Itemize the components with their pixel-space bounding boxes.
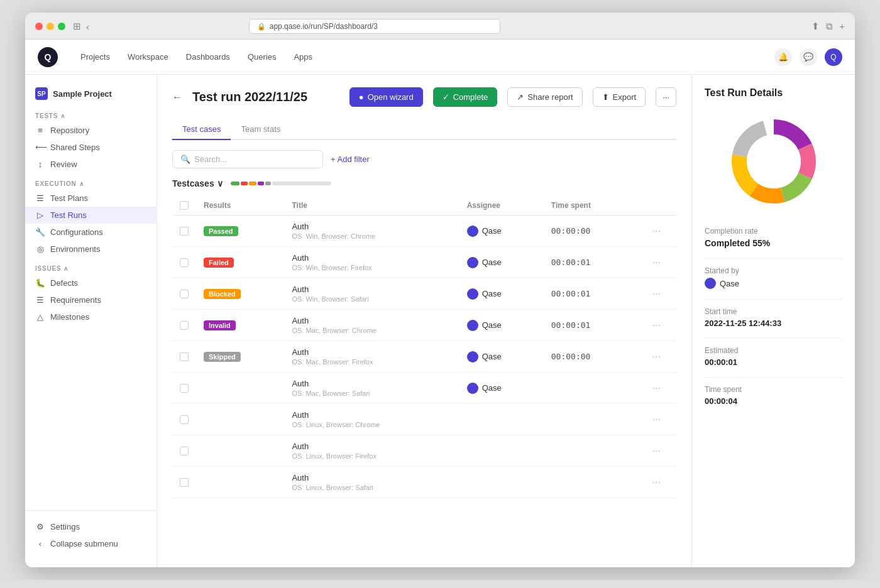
row-actions-button[interactable]: ··· (637, 467, 676, 498)
new-tab-icon[interactable]: + (839, 21, 845, 32)
assignee-cell: Qase (467, 351, 536, 362)
estimated-value: 00:00:01 (705, 357, 842, 367)
nav-item-workspace[interactable]: Workspace (120, 48, 176, 65)
assignee-cell-wrap (459, 404, 544, 435)
row-actions-button[interactable]: ··· (637, 310, 676, 341)
minimize-button[interactable] (47, 23, 54, 30)
tab-test-cases[interactable]: Test cases (172, 119, 231, 140)
started-by-name: Qase (720, 279, 739, 288)
row-actions-button[interactable]: ··· (637, 247, 676, 278)
search-input[interactable]: 🔍 Search... (172, 150, 323, 168)
sidebar-label-shared-steps: Shared Steps (50, 143, 100, 152)
title-cell: Auth OS: Win, Browser: Firefox (284, 247, 459, 278)
sidebar-item-requirements[interactable]: ☰ Requirements (25, 291, 157, 308)
status-badge: Invalid (204, 320, 236, 330)
row-actions-button[interactable]: ··· (637, 404, 676, 435)
assignee-avatar (467, 320, 478, 331)
sidebar-item-repository[interactable]: ≡ Repository (25, 122, 157, 139)
row-actions-button[interactable]: ··· (637, 341, 676, 373)
table-row[interactable]: Auth OS: Mac, Browser: Safari Qase ··· (172, 373, 676, 404)
complete-button[interactable]: ✓ Complete (433, 87, 498, 107)
table-row[interactable]: Passed Auth OS: Win, Browser: Chrome Qas… (172, 215, 676, 247)
table-row[interactable]: Auth OS: Linux, Browser: Safari ··· (172, 467, 676, 498)
traffic-lights (35, 23, 65, 30)
wizard-icon: ● (359, 92, 364, 102)
sidebar-item-environments[interactable]: ◎ Environments (25, 241, 157, 258)
row-checkbox[interactable] (180, 227, 189, 236)
row-checkbox[interactable] (180, 352, 189, 361)
sidebar-item-settings[interactable]: ⚙ Settings (25, 518, 157, 535)
sidebar-item-review[interactable]: ↕ Review (25, 156, 157, 173)
browser-window: ⊞ ‹ 🔒 app.qase.io/run/SP/dashboard/3 ⬆ ⧉… (25, 13, 855, 567)
sidebar-toggle-icon[interactable]: ⊞ (73, 21, 81, 32)
export-button[interactable]: ⬆ Export (593, 87, 646, 107)
assignee-cell-wrap (459, 467, 544, 498)
assignee-cell: Qase (467, 320, 536, 331)
sidebar-item-test-plans[interactable]: ☰ Test Plans (25, 190, 157, 207)
more-button[interactable]: ··· (656, 87, 676, 107)
section-tests: TESTS ∧ (25, 105, 157, 122)
row-checkbox[interactable] (180, 478, 189, 487)
row-checkbox[interactable] (180, 258, 189, 267)
completion-rate-value: Completed 55% (705, 238, 842, 248)
open-wizard-button[interactable]: ● Open wizard (349, 87, 423, 107)
title-cell: Auth OS: Mac, Browser: Chrome (284, 310, 459, 341)
add-filter-button[interactable]: + Add filter (331, 155, 370, 164)
center-panel: ← Test run 2022/11/25 ● Open wizard ✓ Co… (157, 75, 691, 567)
share-browser-icon[interactable]: ⬆ (811, 21, 820, 32)
sidebar-item-milestones[interactable]: △ Milestones (25, 308, 157, 325)
page-header: ← Test run 2022/11/25 ● Open wizard ✓ Co… (172, 87, 676, 107)
table-row[interactable]: Blocked Auth OS: Win, Browser: Safari Qa… (172, 278, 676, 310)
nav-item-queries[interactable]: Queries (240, 48, 284, 65)
row-actions-button[interactable]: ··· (637, 435, 676, 467)
nav-item-dashboards[interactable]: Dashboards (179, 48, 238, 65)
test-runs-icon: ▷ (35, 210, 45, 220)
row-checkbox[interactable] (180, 321, 189, 330)
copy-browser-icon[interactable]: ⧉ (826, 21, 833, 32)
title-cell: Auth OS: Linux, Browser: Firefox (284, 435, 459, 467)
row-checkbox[interactable] (180, 290, 189, 298)
app-body: SP Sample Project TESTS ∧ ≡ Repository ⟵… (25, 75, 855, 567)
test-subtitle: OS: Win, Browser: Safari (292, 295, 451, 303)
status-badge: Blocked (204, 289, 241, 299)
row-actions-button[interactable]: ··· (637, 278, 676, 310)
sidebar-item-collapse[interactable]: ‹ Collapse submenu (25, 535, 157, 552)
sidebar-item-defects[interactable]: 🐛 Defects (25, 275, 157, 291)
app: Q Projects Workspace Dashboards Queries … (25, 40, 855, 567)
right-panel: Test Run Details (691, 75, 855, 567)
sidebar-item-test-runs[interactable]: ▷ Test Runs (25, 207, 157, 224)
nav-item-projects[interactable]: Projects (73, 48, 118, 65)
select-all-checkbox[interactable] (180, 201, 189, 210)
table-row[interactable]: Skipped Auth OS: Mac, Browser: Firefox Q… (172, 341, 676, 373)
table-row[interactable]: Auth OS: Linux, Browser: Chrome ··· (172, 404, 676, 435)
col-actions (637, 196, 676, 215)
table-row[interactable]: Invalid Auth OS: Mac, Browser: Chrome Qa… (172, 310, 676, 341)
divider-2 (705, 299, 842, 300)
share-report-button[interactable]: ↗ Share report (507, 87, 582, 107)
sidebar-item-configurations[interactable]: 🔧 Configurations (25, 224, 157, 241)
message-icon[interactable]: 💬 (800, 48, 817, 66)
close-button[interactable] (35, 23, 43, 30)
project-item[interactable]: SP Sample Project (25, 82, 157, 105)
user-avatar[interactable]: Q (825, 48, 842, 66)
row-checkbox[interactable] (180, 415, 189, 424)
row-checkbox[interactable] (180, 384, 189, 393)
row-checkbox-cell (172, 215, 196, 247)
title-cell: Auth OS: Mac, Browser: Firefox (284, 341, 459, 373)
row-actions-button[interactable]: ··· (637, 373, 676, 404)
back-icon[interactable]: ‹ (86, 21, 89, 32)
nav-item-apps[interactable]: Apps (286, 48, 320, 65)
maximize-button[interactable] (58, 23, 65, 30)
nav-right: 🔔 💬 Q (774, 48, 842, 66)
table-row[interactable]: Failed Auth OS: Win, Browser: Firefox Qa… (172, 247, 676, 278)
back-button[interactable]: ← (172, 92, 182, 103)
address-bar[interactable]: 🔒 app.qase.io/run/SP/dashboard/3 (249, 19, 500, 34)
start-time-label: Start time (705, 307, 842, 316)
table-row[interactable]: Auth OS: Linux, Browser: Firefox ··· (172, 435, 676, 467)
row-checkbox[interactable] (180, 447, 189, 455)
assignee-avatar (467, 383, 478, 394)
sidebar-item-shared-steps[interactable]: ⟵ Shared Steps (25, 139, 157, 156)
notification-icon[interactable]: 🔔 (774, 48, 792, 66)
row-actions-button[interactable]: ··· (637, 215, 676, 247)
tab-team-stats[interactable]: Team stats (231, 119, 290, 140)
